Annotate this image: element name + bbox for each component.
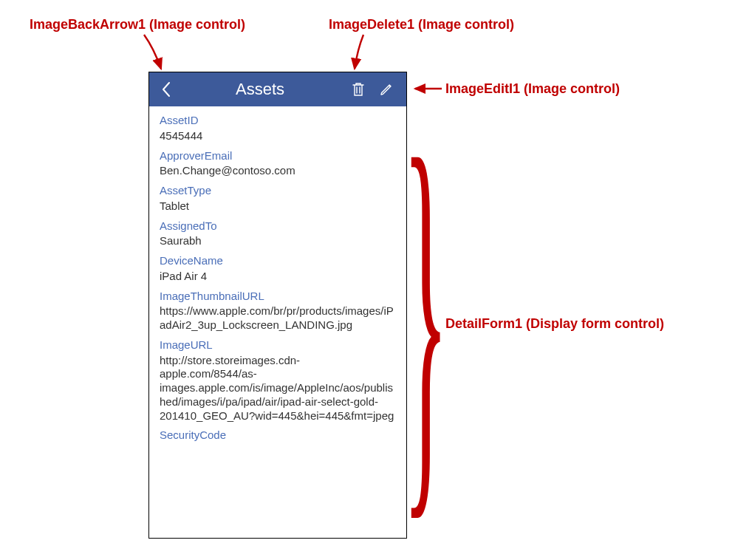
field-imageurl: ImageURL http://store.storeimages.cdn-ap… <box>160 338 396 423</box>
callout-delete: ImageDelete1 (Image control) <box>329 17 514 33</box>
field-label: AssignedTo <box>160 219 396 233</box>
field-label: AssetType <box>160 184 396 198</box>
field-label: DeviceName <box>160 254 396 268</box>
field-value: http://store.storeimages.cdn-apple.com/8… <box>160 354 396 423</box>
field-value: Tablet <box>160 199 396 214</box>
arrow-to-back <box>140 33 170 74</box>
field-label: SecurityCode <box>160 428 396 443</box>
app-frame: Assets AssetID 4545444 ApproverEmail Ben… <box>148 72 407 539</box>
app-header: Assets <box>149 72 406 106</box>
field-assignedto: AssignedTo Saurabh <box>160 219 396 249</box>
field-label: ApproverEmail <box>160 149 396 163</box>
callout-detail-form: DetailForm1 (Display form control) <box>445 316 664 332</box>
field-value: Saurabh <box>160 234 396 248</box>
field-assettype: AssetType Tablet <box>160 184 396 214</box>
brace-detail-form: } <box>403 95 448 530</box>
field-devicename: DeviceName iPad Air 4 <box>160 254 396 284</box>
detail-form: AssetID 4545444 ApproverEmail Ben.Change… <box>149 106 406 538</box>
arrow-to-delete <box>341 33 371 74</box>
field-approveremail: ApproverEmail Ben.Change@contoso.com <box>160 149 396 179</box>
field-assetid: AssetID 4545444 <box>160 114 396 143</box>
header-title: Assets <box>176 80 344 99</box>
field-label: ImageThumbnailURL <box>160 290 396 304</box>
edit-button[interactable] <box>372 72 400 106</box>
header-actions <box>344 72 406 106</box>
delete-button[interactable] <box>344 72 372 106</box>
field-value: 4545444 <box>160 129 396 143</box>
callout-back-arrow: ImageBackArrow1 (Image control) <box>30 17 245 33</box>
field-securitycode: SecurityCode <box>160 428 396 443</box>
field-value: iPad Air 4 <box>160 270 396 284</box>
chevron-left-icon <box>161 81 171 98</box>
field-value: Ben.Change@contoso.com <box>160 164 396 178</box>
callout-edit: ImageEditI1 (Image control) <box>445 81 620 97</box>
pencil-icon <box>379 82 394 97</box>
field-label: AssetID <box>160 114 396 128</box>
trash-icon <box>352 82 365 97</box>
field-value: https://www.apple.com/br/pr/products/ima… <box>160 304 396 332</box>
field-label: ImageURL <box>160 338 396 352</box>
field-imagethumbnailurl: ImageThumbnailURL https://www.apple.com/… <box>160 290 396 332</box>
